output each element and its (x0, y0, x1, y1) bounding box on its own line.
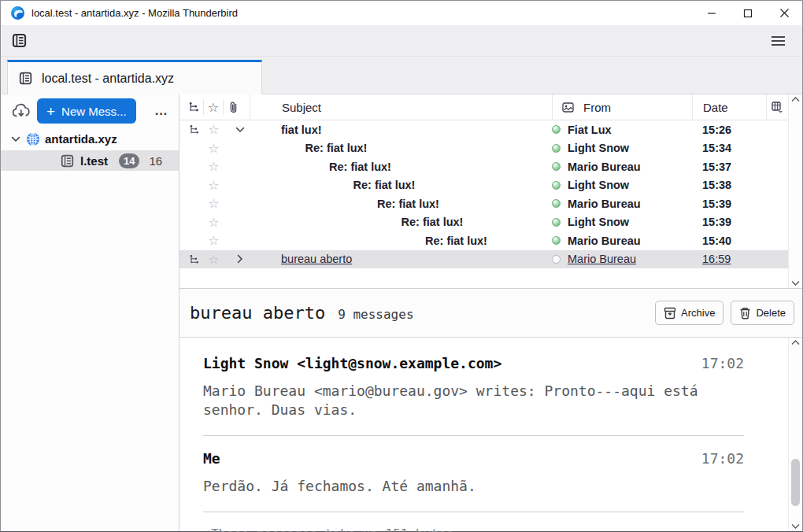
message-row[interactable]: ☆ Re: fiat lux! Light Snow 15:39 (179, 213, 788, 232)
collapse-thread-icon[interactable] (230, 127, 250, 133)
row-subject: Re: fiat lux! (250, 235, 552, 247)
star-icon[interactable]: ☆ (204, 196, 224, 211)
subject-column-header[interactable]: Subject (250, 94, 552, 120)
messages-size-note: These messages take up 151 bytes. (203, 526, 788, 532)
star-icon[interactable]: ☆ (204, 159, 224, 174)
message-time: 17:02 (701, 355, 744, 371)
thread-icon (184, 254, 204, 264)
message-row[interactable]: ☆ fiat lux! Fiat Lux 15:26 (179, 120, 788, 139)
scrollbar-thumb[interactable] (791, 459, 800, 506)
message-reader-pane: Light Snow <light@snow.example.com> 17:0… (179, 338, 802, 531)
account-row[interactable]: antartida.xyz (1, 129, 179, 149)
delete-label: Delete (756, 307, 786, 319)
message-row[interactable]: ☆ Re: fiat lux! Light Snow 15:38 (179, 176, 788, 195)
tab-label: local.test - antartida.xyz (42, 72, 174, 86)
folder-row-ltest[interactable]: l.test 14 16 (1, 150, 179, 171)
scroll-up-icon[interactable] (791, 97, 800, 102)
thread-pane: ☆ Subject From Date (179, 94, 802, 289)
folder-name: l.test (80, 154, 108, 168)
maximize-button[interactable] (730, 1, 766, 25)
message-card[interactable]: Light Snow <light@snow.example.com> 17:0… (203, 355, 788, 419)
unread-dot-icon[interactable] (552, 125, 561, 134)
folder-pane-toolbar: + New Mess... … (1, 94, 179, 127)
thread-list-header: ☆ Subject From Date (179, 94, 788, 120)
row-from: Mario Bureau (568, 198, 641, 210)
new-message-label: New Mess... (61, 105, 127, 118)
app-menu-button[interactable] (766, 30, 790, 52)
archive-label: Archive (681, 307, 715, 319)
folder-pane: + New Mess... … antartida.xyz l.test (1, 94, 179, 531)
row-date: 15:39 (692, 198, 788, 210)
row-subject: Re: fiat lux! (250, 179, 552, 191)
message-body: Mario Bureau <mario@bureau.gov> writes: … (203, 382, 715, 419)
unread-dot-icon[interactable] (552, 181, 561, 190)
row-date: 15:38 (692, 179, 788, 191)
unread-dot-icon[interactable] (552, 162, 561, 171)
globe-icon (26, 132, 40, 146)
star-icon[interactable]: ☆ (204, 252, 224, 267)
star-column-icon[interactable]: ☆ (204, 99, 224, 115)
read-dot-icon[interactable] (552, 255, 561, 264)
message-card[interactable]: Me 17:02 Perdão. Já fechamos. Até amanhã… (203, 450, 788, 496)
unread-dot-icon[interactable] (552, 199, 561, 208)
mail-space-icon[interactable] (7, 30, 31, 52)
message-pane-scrollbar[interactable] (788, 338, 802, 531)
star-icon[interactable]: ☆ (204, 233, 224, 248)
message-row[interactable]: ☆ Re: fiat lux! Mario Bureau 15:37 (179, 157, 788, 176)
star-icon[interactable]: ☆ (204, 141, 224, 156)
tab-local-test[interactable]: local.test - antartida.xyz (7, 60, 262, 94)
unread-dot-icon[interactable] (552, 218, 561, 227)
from-column-header[interactable]: From (583, 94, 692, 120)
message-row[interactable]: ☆ Re: fiat lux! Mario Bureau 15:40 (179, 231, 788, 250)
date-column-header[interactable]: Date (692, 94, 766, 120)
folder-pane-more-button[interactable]: … (150, 103, 174, 119)
scroll-down-icon[interactable] (791, 280, 800, 286)
scroll-up-icon[interactable] (791, 340, 800, 345)
thread-column-icon[interactable] (184, 99, 204, 115)
row-date: 15:40 (692, 235, 788, 247)
message-from: Me (203, 450, 220, 467)
plus-icon: + (46, 104, 55, 119)
row-from: Fiat Lux (568, 124, 612, 136)
star-icon[interactable]: ☆ (204, 122, 224, 137)
attachment-column-icon[interactable] (224, 99, 243, 115)
row-subject: Re: fiat lux! (250, 161, 552, 173)
message-row-selected[interactable]: ☆ bureau aberto Mario Bureau 16:59 (179, 250, 788, 269)
unified-toolbar (1, 25, 802, 57)
new-message-button[interactable]: + New Mess... (37, 98, 136, 124)
minimize-button[interactable] (694, 1, 730, 25)
row-date: 15:39 (692, 216, 788, 228)
get-messages-icon[interactable] (10, 100, 32, 122)
unread-dot-icon[interactable] (552, 236, 561, 245)
scroll-down-icon[interactable] (791, 523, 800, 529)
message-row[interactable]: ☆ Re: fiat lux! Light Snow 15:34 (179, 139, 788, 158)
row-from: Light Snow (568, 179, 629, 191)
row-date: 16:59 (692, 253, 788, 265)
message-divider (203, 435, 744, 436)
message-from: Light Snow <light@snow.example.com> (203, 355, 501, 371)
unread-dot-icon[interactable] (552, 144, 561, 153)
account-name: antartida.xyz (45, 132, 117, 146)
archive-button[interactable]: Archive (655, 301, 723, 325)
title-bar: local.test - antartida.xyz - Mozilla Thu… (1, 1, 802, 25)
delete-button[interactable]: Delete (731, 301, 794, 325)
star-icon[interactable]: ☆ (204, 178, 224, 193)
thread-list: ☆ fiat lux! Fiat Lux 15:26 ☆ Re: fiat lu… (179, 120, 788, 288)
expand-thread-icon[interactable] (230, 254, 250, 264)
message-pane-header: bureau aberto 9 messages Archive Delete (179, 289, 802, 338)
thread-list-scrollbar[interactable] (788, 94, 802, 288)
row-subject: Re: fiat lux! (250, 142, 552, 154)
star-icon[interactable]: ☆ (204, 215, 224, 230)
row-from: Mario Bureau (568, 235, 641, 247)
window-title: local.test - antartida.xyz - Mozilla Thu… (31, 7, 238, 19)
chevron-down-icon[interactable] (9, 136, 23, 142)
mail-tab-icon (19, 72, 32, 85)
message-row[interactable]: ☆ Re: fiat lux! Mario Bureau 15:39 (179, 194, 788, 213)
column-picker-icon[interactable] (766, 94, 788, 120)
read-column-icon[interactable] (552, 94, 583, 120)
row-date: 15:37 (692, 161, 788, 173)
close-button[interactable] (766, 1, 802, 25)
message-count: 9 messages (338, 307, 413, 322)
row-from: Light Snow (568, 216, 629, 228)
row-subject: Re: fiat lux! (250, 198, 552, 210)
